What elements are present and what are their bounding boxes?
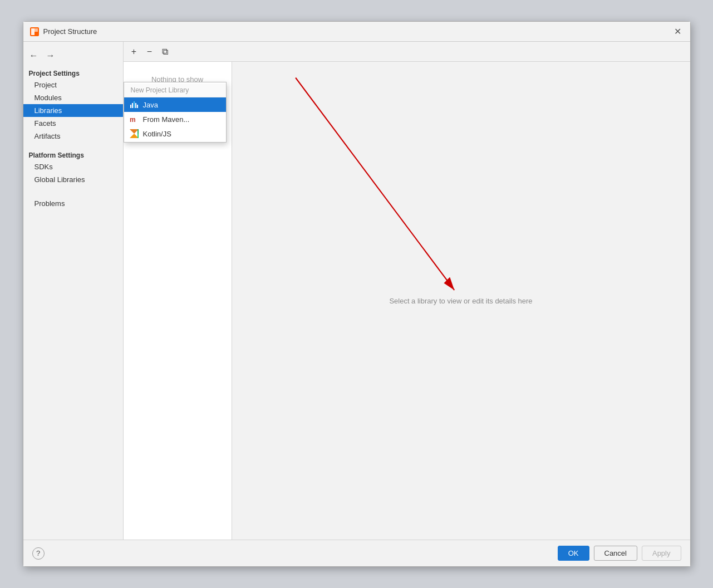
main-content: + − ⧉ New Project Library bbox=[124, 42, 690, 540]
maven-icon: m bbox=[130, 115, 139, 124]
toolbar: + − ⧉ bbox=[124, 42, 690, 62]
dropdown-item-java[interactable]: Java bbox=[124, 97, 226, 112]
svg-rect-7 bbox=[137, 134, 139, 138]
svg-rect-2 bbox=[35, 28, 38, 32]
dropdown-item-from-maven[interactable]: m From Maven... bbox=[124, 112, 226, 126]
kotlin-icon bbox=[130, 129, 139, 138]
sidebar-item-facets[interactable]: Facets bbox=[23, 117, 123, 130]
sidebar-item-project[interactable]: Project bbox=[23, 79, 123, 91]
sidebar-item-global-libraries[interactable]: Global Libraries bbox=[23, 173, 123, 186]
svg-rect-6 bbox=[137, 129, 139, 134]
dropdown-menu: New Project Library bbox=[124, 82, 227, 143]
back-button[interactable]: ← bbox=[27, 48, 41, 63]
close-button[interactable]: ✕ bbox=[672, 26, 684, 37]
ok-button[interactable]: OK bbox=[558, 546, 589, 561]
footer-left: ? bbox=[32, 547, 45, 560]
remove-button[interactable]: − bbox=[142, 45, 157, 59]
sidebar-item-problems[interactable]: Problems bbox=[23, 197, 123, 210]
add-button[interactable]: + bbox=[127, 45, 141, 59]
app-icon bbox=[30, 27, 39, 36]
platform-settings-label: Platform Settings bbox=[23, 148, 123, 160]
apply-button[interactable]: Apply bbox=[642, 546, 681, 561]
svg-text:m: m bbox=[130, 116, 136, 124]
list-panel: New Project Library bbox=[124, 62, 232, 540]
project-settings-label: Project Settings bbox=[23, 66, 123, 79]
sidebar-item-libraries[interactable]: Libraries bbox=[23, 104, 123, 117]
sidebar-item-sdks[interactable]: SDKs bbox=[23, 160, 123, 173]
svg-rect-1 bbox=[31, 28, 35, 35]
footer-right: OK Cancel Apply bbox=[558, 546, 681, 561]
svg-line-9 bbox=[296, 78, 454, 290]
dialog-footer: ? OK Cancel Apply bbox=[23, 540, 690, 566]
forward-button[interactable]: → bbox=[43, 48, 58, 63]
dialog-body: ← → Project Settings Project Modules Lib… bbox=[23, 42, 690, 540]
java-icon bbox=[130, 100, 139, 109]
sidebar-item-modules[interactable]: Modules bbox=[23, 91, 123, 104]
detail-hint: Select a library to view or edit its det… bbox=[389, 297, 532, 305]
copy-button[interactable]: ⧉ bbox=[158, 45, 173, 59]
cancel-button[interactable]: Cancel bbox=[594, 546, 637, 561]
title-bar: Project Structure ✕ bbox=[23, 22, 690, 42]
help-button[interactable]: ? bbox=[32, 547, 45, 560]
sidebar: ← → Project Settings Project Modules Lib… bbox=[23, 42, 124, 540]
detail-panel: Select a library to view or edit its det… bbox=[232, 62, 690, 540]
dropdown-header: New Project Library bbox=[124, 84, 226, 97]
dropdown-item-kotlin-js[interactable]: Kotlin/JS bbox=[124, 126, 226, 141]
main-area: New Project Library bbox=[124, 62, 690, 540]
sidebar-item-artifacts[interactable]: Artifacts bbox=[23, 130, 123, 143]
svg-marker-5 bbox=[130, 134, 139, 138]
project-structure-dialog: Project Structure ✕ ← → Project Settings… bbox=[23, 21, 691, 567]
svg-marker-4 bbox=[130, 129, 139, 134]
dialog-title: Project Structure bbox=[43, 27, 672, 36]
